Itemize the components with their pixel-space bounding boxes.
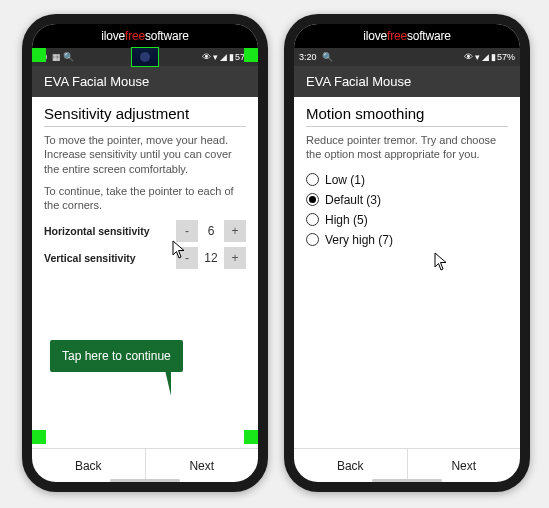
h-minus-button[interactable]: - xyxy=(176,220,198,242)
vertical-sensitivity-label: Vertical sensitivity xyxy=(44,252,176,264)
brand-highlight: free xyxy=(387,29,407,43)
search-icon: 🔍 xyxy=(63,52,74,62)
app-title: EVA Facial Mouse xyxy=(44,74,149,89)
app-bar: EVA Facial Mouse xyxy=(32,66,258,97)
battery-icon: ▮ xyxy=(491,52,496,62)
radio-low[interactable]: Low (1) xyxy=(306,170,508,190)
phone-screen-left: ilovefreesoftware 20 ▦ 🔍 👁 ▾ ◢ ▮ 57% EVA… xyxy=(32,24,258,482)
app-title: EVA Facial Mouse xyxy=(306,74,411,89)
page-heading: Motion smoothing xyxy=(306,105,508,127)
radio-label: Low (1) xyxy=(325,173,365,187)
vertical-sensitivity-row: Vertical sensitivity - 12 + xyxy=(44,247,246,269)
continue-tooltip[interactable]: Tap here to continue xyxy=(50,340,183,372)
brand-suffix: software xyxy=(407,29,451,43)
status-bar: 3:20 🔍 👁 ▾ ◢ ▮ 57% xyxy=(294,48,520,66)
phone-frame-left: ilovefreesoftware 20 ▦ 🔍 👁 ▾ ◢ ▮ 57% EVA… xyxy=(22,14,268,492)
phone-frame-right: ilovefreesoftware 3:20 🔍 👁 ▾ ◢ ▮ 57% EVA… xyxy=(284,14,530,492)
v-plus-button[interactable]: + xyxy=(224,247,246,269)
radio-icon xyxy=(306,213,319,226)
corner-marker-br[interactable] xyxy=(244,430,258,444)
description-1: Reduce pointer tremor. Try and choose th… xyxy=(306,133,508,162)
app-icon: ▦ xyxy=(52,52,61,62)
corner-marker-bl[interactable] xyxy=(32,430,46,444)
corner-marker-tl[interactable] xyxy=(32,48,46,62)
description-2: To continue, take the pointer to each of… xyxy=(44,184,246,213)
battery-percent: 57% xyxy=(497,52,515,62)
v-minus-button[interactable]: - xyxy=(176,247,198,269)
radio-label: Default (3) xyxy=(325,193,381,207)
brand-bar: ilovefreesoftware xyxy=(294,24,520,48)
page-heading: Sensitivity adjustment xyxy=(44,105,246,127)
corner-marker-tr[interactable] xyxy=(244,48,258,62)
smoothing-radio-group: Low (1) Default (3) High (5) Very high (… xyxy=(306,170,508,250)
description-1: To move the pointer, move your head. Inc… xyxy=(44,133,246,176)
tooltip-text: Tap here to continue xyxy=(62,349,171,363)
search-icon: 🔍 xyxy=(322,52,333,62)
footer-bar: Back Next xyxy=(294,448,520,482)
eye-icon: 👁 xyxy=(464,52,473,62)
v-value: 12 xyxy=(198,247,224,269)
radio-label: Very high (7) xyxy=(325,233,393,247)
status-time: 3:20 xyxy=(299,52,317,62)
next-button[interactable]: Next xyxy=(407,449,521,482)
signal-icon: ◢ xyxy=(220,52,227,62)
back-button[interactable]: Back xyxy=(294,449,407,482)
radio-icon xyxy=(306,173,319,186)
phone-screen-right: ilovefreesoftware 3:20 🔍 👁 ▾ ◢ ▮ 57% EVA… xyxy=(294,24,520,482)
wifi-icon: ▾ xyxy=(475,52,480,62)
radio-very-high[interactable]: Very high (7) xyxy=(306,230,508,250)
h-plus-button[interactable]: + xyxy=(224,220,246,242)
horizontal-sensitivity-stepper: - 6 + xyxy=(176,220,246,242)
radio-default[interactable]: Default (3) xyxy=(306,190,508,210)
battery-icon: ▮ xyxy=(229,52,234,62)
camera-preview xyxy=(131,47,159,67)
radio-label: High (5) xyxy=(325,213,368,227)
next-button[interactable]: Next xyxy=(145,449,259,482)
brand-suffix: software xyxy=(145,29,189,43)
h-value: 6 xyxy=(198,220,224,242)
wifi-icon: ▾ xyxy=(213,52,218,62)
app-bar: EVA Facial Mouse xyxy=(294,66,520,97)
back-button[interactable]: Back xyxy=(32,449,145,482)
footer-bar: Back Next xyxy=(32,448,258,482)
nav-pill[interactable] xyxy=(110,479,180,482)
brand-prefix: ilove xyxy=(101,29,125,43)
content-area: Sensitivity adjustment To move the point… xyxy=(32,97,258,448)
radio-high[interactable]: High (5) xyxy=(306,210,508,230)
vertical-sensitivity-stepper: - 12 + xyxy=(176,247,246,269)
nav-pill[interactable] xyxy=(372,479,442,482)
content-area: Motion smoothing Reduce pointer tremor. … xyxy=(294,97,520,448)
horizontal-sensitivity-label: Horizontal sensitivity xyxy=(44,225,176,237)
brand-highlight: free xyxy=(125,29,145,43)
radio-icon xyxy=(306,193,319,206)
radio-icon xyxy=(306,233,319,246)
brand-prefix: ilove xyxy=(363,29,387,43)
horizontal-sensitivity-row: Horizontal sensitivity - 6 + xyxy=(44,220,246,242)
signal-icon: ◢ xyxy=(482,52,489,62)
brand-bar: ilovefreesoftware xyxy=(32,24,258,48)
eye-icon: 👁 xyxy=(202,52,211,62)
